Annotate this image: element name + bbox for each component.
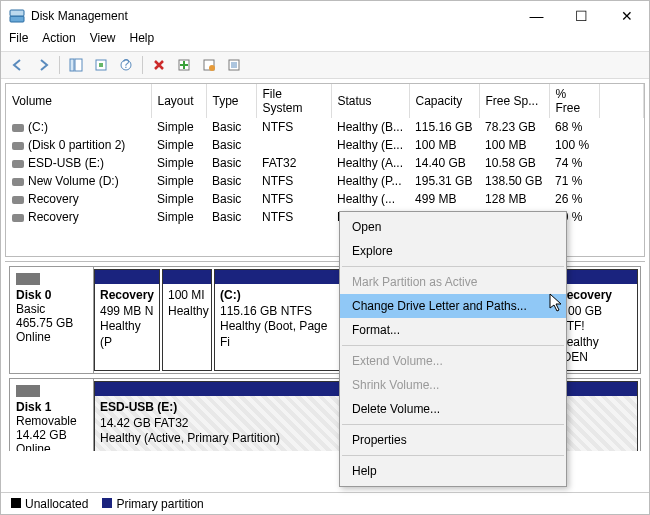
minimize-button[interactable]: —: [514, 1, 559, 31]
swatch-unallocated: [11, 498, 21, 508]
menu-help[interactable]: Help: [130, 31, 155, 51]
maximize-button[interactable]: ☐: [559, 1, 604, 31]
ctx-help[interactable]: Help: [340, 459, 566, 483]
swatch-primary: [102, 498, 112, 508]
partition[interactable]: 100 MIHealthy: [162, 269, 212, 371]
col-fs[interactable]: File System: [256, 84, 331, 118]
col-type[interactable]: Type: [206, 84, 256, 118]
svg-rect-2: [70, 59, 74, 71]
list-icon[interactable]: [223, 54, 245, 76]
ctx-properties[interactable]: Properties: [340, 428, 566, 452]
table-row[interactable]: RecoverySimpleBasicNTFSHealthy (...499 M…: [6, 190, 644, 208]
partition[interactable]: Recovery499 MB NHealthy (P: [94, 269, 160, 371]
col-volume[interactable]: Volume: [6, 84, 151, 118]
svg-text:?: ?: [123, 58, 130, 71]
ctx-extend: Extend Volume...: [340, 349, 566, 373]
menu-view[interactable]: View: [90, 31, 116, 51]
col-status[interactable]: Status: [331, 84, 409, 118]
menu-file[interactable]: File: [9, 31, 28, 51]
ctx-shrink: Shrink Volume...: [340, 373, 566, 397]
ctx-explore[interactable]: Explore: [340, 239, 566, 263]
context-menu: Open Explore Mark Partition as Active Ch…: [339, 211, 567, 487]
table-row[interactable]: (C:)SimpleBasicNTFSHealthy (B...115.16 G…: [6, 118, 644, 136]
help-icon[interactable]: ?: [115, 54, 137, 76]
svg-rect-1: [10, 10, 24, 16]
ctx-delete[interactable]: Delete Volume...: [340, 397, 566, 421]
table-row[interactable]: ESD-USB (E:)SimpleBasicFAT32Healthy (A..…: [6, 154, 644, 172]
table-row[interactable]: New Volume (D:)SimpleBasicNTFSHealthy (P…: [6, 172, 644, 190]
view-icon[interactable]: [65, 54, 87, 76]
delete-icon[interactable]: [148, 54, 170, 76]
ctx-open[interactable]: Open: [340, 215, 566, 239]
back-icon[interactable]: [7, 54, 29, 76]
app-title: Disk Management: [31, 9, 128, 23]
column-headers[interactable]: Volume Layout Type File System Status Ca…: [6, 84, 644, 118]
col-layout[interactable]: Layout: [151, 84, 206, 118]
svg-rect-0: [10, 16, 24, 22]
disk-1-label: Disk 1: [16, 400, 51, 414]
ctx-format[interactable]: Format...: [340, 318, 566, 342]
forward-icon[interactable]: [32, 54, 54, 76]
disk-icon: [16, 273, 40, 285]
col-capacity[interactable]: Capacity: [409, 84, 479, 118]
menubar: File Action View Help: [1, 31, 649, 51]
col-free[interactable]: Free Sp...: [479, 84, 549, 118]
cursor-icon: [549, 293, 565, 313]
new-icon[interactable]: [173, 54, 195, 76]
svg-rect-3: [75, 59, 82, 71]
close-button[interactable]: ✕: [604, 1, 649, 31]
disk-icon: [16, 385, 40, 397]
svg-point-9: [209, 65, 215, 71]
app-icon: [9, 8, 25, 24]
disk-0-label: Disk 0: [16, 288, 51, 302]
legend: Unallocated Primary partition: [1, 492, 649, 514]
menu-action[interactable]: Action: [42, 31, 75, 51]
toolbar: ?: [1, 51, 649, 79]
refresh-icon[interactable]: [90, 54, 112, 76]
table-row[interactable]: (Disk 0 partition 2)SimpleBasicHealthy (…: [6, 136, 644, 154]
partition[interactable]: (C:)115.16 GB NTFSHealthy (Boot, Page Fi: [214, 269, 340, 371]
ctx-change-drive-letter[interactable]: Change Drive Letter and Paths...: [340, 294, 566, 318]
titlebar: Disk Management — ☐ ✕: [1, 1, 649, 31]
col-pct[interactable]: % Free: [549, 84, 599, 118]
ctx-mark-active: Mark Partition as Active: [340, 270, 566, 294]
properties-icon[interactable]: [198, 54, 220, 76]
